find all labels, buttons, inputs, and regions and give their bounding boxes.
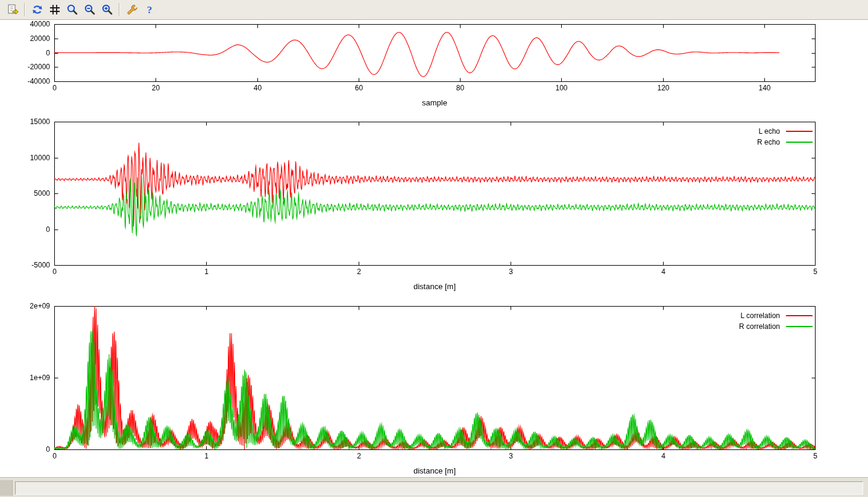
legend-label: L echo [758, 127, 780, 136]
toolbar-separator [119, 3, 120, 16]
copy-icon [6, 3, 19, 16]
magnifier-minus-icon [83, 3, 96, 16]
legend-line-sample [786, 131, 813, 132]
zoom-button[interactable] [64, 2, 80, 18]
zoom-previous-button[interactable] [81, 2, 98, 18]
legend-line-sample [786, 142, 813, 143]
magnifier-icon [66, 3, 79, 16]
help-button[interactable]: ? [141, 2, 157, 18]
legend-entry: L echo [758, 127, 813, 136]
legend-line-sample [786, 326, 813, 327]
refresh-icon [31, 3, 44, 16]
legend-entry: R echo [757, 138, 813, 146]
chart1-xaxis-label: sample [54, 98, 815, 107]
legend-entry: L correlation [740, 311, 813, 320]
chart2-xaxis-label: distance [m] [54, 282, 815, 291]
gnuplot-window: ? sample distance [m] distance [m] L ech… [0, 0, 868, 497]
grid-icon [48, 3, 61, 16]
grid-toggle-button[interactable] [46, 2, 63, 18]
status-text [15, 481, 863, 495]
svg-text:?: ? [146, 4, 152, 16]
chart2-legend: L echo R echo [757, 127, 813, 146]
status-corner-panel [0, 480, 13, 496]
zoom-next-button[interactable] [99, 2, 115, 18]
legend-entry: R correlation [739, 322, 813, 331]
charts-canvas[interactable] [0, 20, 868, 477]
legend-label: L correlation [740, 311, 780, 320]
plot-area: sample distance [m] distance [m] L echo … [0, 20, 868, 477]
status-bar [0, 477, 868, 497]
copy-plot-button[interactable] [4, 2, 20, 18]
legend-label: R correlation [739, 322, 780, 331]
chart3-xaxis-label: distance [m] [54, 466, 815, 475]
legend-label: R echo [757, 138, 780, 146]
help-icon: ? [143, 3, 156, 16]
settings-button[interactable] [124, 2, 140, 18]
chart3-legend: L correlation R correlation [739, 311, 813, 331]
legend-line-sample [786, 315, 813, 316]
magnifier-plus-icon [101, 3, 114, 16]
toolbar: ? [0, 0, 868, 20]
wrench-icon [125, 3, 139, 16]
toolbar-separator [24, 3, 25, 16]
replot-button[interactable] [29, 2, 45, 18]
